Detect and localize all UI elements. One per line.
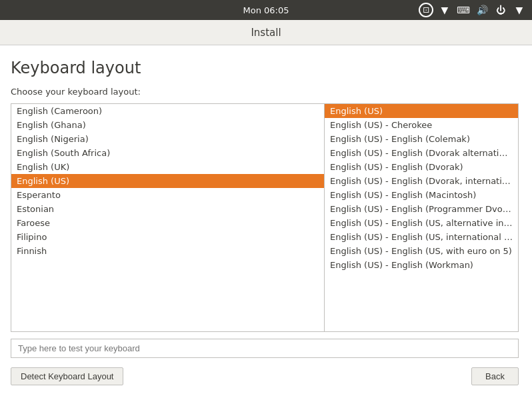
list-item[interactable]: English (US) - English (Dvorak) [325, 160, 518, 174]
topbar-icons: ⚀ ▼ ⌨ 🔊 ⏻ ▼ [419, 3, 527, 17]
list-item[interactable]: Estonian [11, 202, 324, 216]
list-item[interactable]: English (US) [325, 104, 518, 118]
list-item[interactable]: English (US) - English (Colemak) [325, 132, 518, 146]
list-item[interactable]: Finnish [11, 244, 324, 258]
language-list[interactable]: English (Cameroon)English (Ghana)English… [11, 103, 324, 332]
volume-icon[interactable]: 🔊 [475, 3, 489, 17]
titlebar: Install [0, 20, 532, 45]
list-item[interactable]: English (US) [11, 174, 324, 188]
accessibility-icon[interactable]: ⚀ [419, 3, 433, 17]
power-icon[interactable]: ⏻ [493, 3, 508, 17]
topbar: Mon 06:05 ⚀ ▼ ⌨ 🔊 ⏻ ▼ [0, 0, 532, 20]
list-item[interactable]: Esperanto [11, 188, 324, 202]
navigation-buttons: Back [471, 367, 519, 385]
topbar-chevron-down-icon[interactable]: ▼ [437, 3, 452, 17]
window-title: Install [251, 27, 281, 39]
main-content: Keyboard layout Choose your keyboard lay… [0, 45, 532, 396]
keyboard-test-input[interactable] [11, 339, 519, 358]
page-subtitle: Choose your keyboard layout: [11, 87, 519, 97]
power-chevron-down-icon[interactable]: ▼ [512, 3, 527, 17]
layout-variant-list[interactable]: English (US)English (US) - CherokeeEngli… [324, 103, 519, 332]
list-item[interactable]: English (US) - English (Dvorak alternati… [325, 146, 518, 160]
list-item[interactable]: English (US) - English (Programmer Dvora… [325, 202, 518, 216]
detect-keyboard-button[interactable]: Detect Keyboard Layout [11, 367, 123, 385]
list-item[interactable]: Faroese [11, 216, 324, 230]
keyboard-layout-lists: English (Cameroon)English (Ghana)English… [11, 103, 519, 332]
list-item[interactable]: English (US) - English (Workman) [325, 258, 518, 272]
list-item[interactable]: English (South Africa) [11, 146, 324, 160]
list-item[interactable]: English (US) - English (Dvorak, internat… [325, 174, 518, 188]
list-item[interactable]: English (US) - English (US, alternative … [325, 216, 518, 230]
list-item[interactable]: English (Cameroon) [11, 104, 324, 118]
page-title: Keyboard layout [11, 59, 519, 77]
list-item[interactable]: English (US) - English (US, with euro on… [325, 244, 518, 258]
list-item[interactable]: Filipino [11, 230, 324, 244]
list-item[interactable]: English (Ghana) [11, 118, 324, 132]
list-item[interactable]: English (US) - English (US, internationa… [325, 230, 518, 244]
back-button[interactable]: Back [471, 367, 519, 385]
keyboard-icon[interactable]: ⌨ [456, 3, 471, 17]
bottom-row: Detect Keyboard Layout Back [11, 367, 519, 385]
list-item[interactable]: English (US) - English (Macintosh) [325, 188, 518, 202]
list-item[interactable]: English (US) - Cherokee [325, 118, 518, 132]
topbar-time: Mon 06:05 [243, 5, 289, 15]
list-item[interactable]: English (Nigeria) [11, 132, 324, 146]
list-item[interactable]: English (UK) [11, 160, 324, 174]
